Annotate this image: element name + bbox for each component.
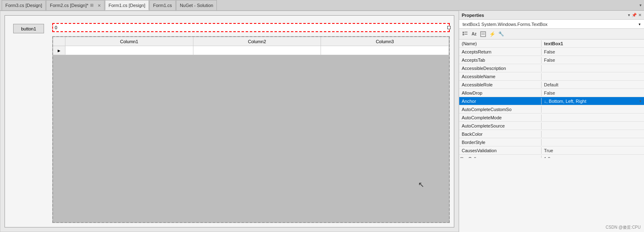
cursor-arrow-icon: ↖ — [418, 180, 424, 189]
props-alphabetic-icon[interactable]: Az — [470, 30, 478, 38]
grid-data-row: ► — [53, 46, 449, 55]
grid-cell-1-3[interactable] — [321, 46, 449, 55]
svg-rect-6 — [481, 34, 485, 35]
props-property-pages-icon[interactable] — [479, 30, 487, 38]
prop-row-autocomplete-custom: AutoCompleteCustomSo — [459, 105, 644, 114]
prop-cell-label: Cell — [466, 155, 542, 158]
tab-dropdown-button[interactable]: ▾ — [637, 3, 644, 7]
prop-row-causes-validation: CausesValidation True — [459, 146, 644, 155]
button1-label: button1 — [21, 26, 36, 31]
textbox-value: 0 — [55, 25, 57, 30]
tab-form3-design[interactable]: Form3.cs [Design] — [2, 0, 46, 10]
prop-row-accepts-tab: AcceptsTab False — [459, 56, 644, 64]
prop-row-accepts-return: AcceptsReturn False — [459, 48, 644, 56]
tab-nuget-label: NuGet - Solution — [180, 3, 213, 8]
prop-row-accessible-name: AccessibleName — [459, 72, 644, 81]
svg-rect-5 — [481, 33, 485, 33]
grid-row-selector-header — [53, 37, 65, 46]
designer-datagridview[interactable]: Column1 Column2 Column3 ► ↖ — [52, 36, 450, 223]
pin-icon: ⊞ — [90, 3, 95, 8]
prop-anchor-label: Anchor — [459, 98, 542, 104]
prop-row-autocomplete-source: AutoCompleteSource — [459, 122, 644, 130]
prop-accessible-name-label: AccessibleName — [459, 73, 542, 80]
tab-bar: Form3.cs [Design] Form2.cs [Design]* ⊞ ✕… — [0, 0, 644, 11]
object-name-dropdown-icon[interactable]: ▾ — [639, 22, 641, 26]
grid-row-marker: ► — [53, 46, 65, 55]
tab-form3-label: Form3.cs [Design] — [5, 3, 42, 8]
prop-cell-expand[interactable]: ⊞ — [459, 155, 466, 158]
props-categorized-icon[interactable] — [461, 30, 469, 38]
prop-borderstyle-label: BorderStyle — [459, 139, 542, 146]
prop-accessible-desc-label: AccessibleDescription — [459, 65, 542, 72]
properties-dropdown-icon[interactable]: ▾ — [628, 13, 630, 17]
prop-borderstyle-value — [542, 142, 644, 143]
grid-col1-header: Column1 — [65, 37, 193, 46]
prop-accessible-role-label: AccessibleRole — [459, 81, 542, 88]
grid-col3-header: Column3 — [321, 37, 449, 46]
properties-window-controls: ▾ 📌 ✕ — [628, 13, 642, 17]
anchor-dropdown-arrow[interactable]: ▾ — [639, 99, 642, 103]
prop-row-accessible-desc: AccessibleDescription — [459, 64, 644, 72]
props-events-icon[interactable]: ⚡ — [488, 30, 496, 38]
prop-accepts-return-label: AcceptsReturn — [459, 49, 542, 55]
prop-autocomplete-custom-label: AutoCompleteCustomSo — [459, 106, 542, 113]
tab-form2-label: Form2.cs [Design]* — [50, 3, 88, 8]
prop-row-anchor[interactable]: Anchor ↓, Bottom, Left, Right ▾ — [459, 97, 644, 105]
designer-button1[interactable]: button1 — [13, 24, 44, 33]
grid-cell-1-2[interactable] — [193, 46, 321, 55]
form-canvas: button1 0 Column1 Column2 Column3 ► — [5, 15, 454, 227]
properties-panel: Properties ▾ 📌 ✕ textBox1 System.Windows… — [459, 11, 644, 232]
tab-form2-close[interactable]: ✕ — [98, 3, 101, 8]
prop-allow-drop-label: AllowDrop — [459, 90, 542, 96]
main-layout: button1 0 Column1 Column2 Column3 ► — [0, 11, 644, 232]
tab-form2-design[interactable]: Form2.cs [Design]* ⊞ ✕ — [46, 0, 105, 10]
prop-autocomplete-mode-label: AutoCompleteMode — [459, 114, 542, 121]
prop-allow-drop-value: False — [542, 90, 644, 96]
grid-col2-header: Column2 — [193, 37, 321, 46]
prop-accepts-return-value: False — [542, 49, 644, 55]
prop-row-borderstyle: BorderStyle — [459, 138, 644, 146]
svg-rect-2 — [463, 34, 464, 35]
prop-causes-validation-value: True — [542, 147, 644, 154]
prop-backcolor-value — [542, 133, 644, 135]
prop-row-name: (Name) textBox1 — [459, 39, 644, 48]
tab-form1-cs-label: Form1.cs — [153, 3, 172, 8]
object-name-label: textBox1 System.Windows.Forms.TextBox — [463, 22, 548, 27]
prop-anchor-value: ↓, Bottom, Left, Right ▾ — [542, 98, 644, 104]
prop-autocomplete-source-label: AutoCompleteSource — [459, 123, 542, 129]
prop-accepts-tab-label: AcceptsTab — [459, 57, 542, 63]
prop-backcolor-label: BackColor — [459, 131, 542, 137]
textbox-resize-handle[interactable] — [447, 26, 451, 29]
watermark: CSDN @傻蛋:CPU — [606, 225, 641, 230]
prop-autocomplete-mode-value — [542, 117, 644, 118]
tab-nuget[interactable]: NuGet - Solution — [176, 0, 217, 10]
prop-autocomplete-custom-value — [542, 109, 644, 110]
prop-causes-validation-label: CausesValidation — [459, 147, 542, 154]
props-wrench-icon[interactable]: 🔧 — [497, 30, 505, 38]
properties-grid: (Name) textBox1 AcceptsReturn False Acce… — [459, 39, 644, 158]
svg-rect-1 — [465, 32, 467, 32]
grid-cell-1-1[interactable] — [65, 46, 193, 55]
grid-header: Column1 Column2 Column3 — [53, 37, 449, 46]
prop-value-name: textBox1 — [542, 40, 644, 47]
properties-close-icon[interactable]: ✕ — [638, 13, 642, 17]
properties-title: Properties — [462, 13, 484, 18]
tab-form1-design[interactable]: Form1.cs [Design] — [105, 0, 149, 10]
prop-row-cell: ⊞ Cell 1,0 — [459, 155, 644, 158]
prop-row-accessible-role: AccessibleRole Default — [459, 81, 644, 89]
anchor-value-text: ↓, Bottom, Left, Right — [544, 99, 586, 104]
properties-pin-icon[interactable]: 📌 — [632, 13, 637, 17]
svg-rect-0 — [463, 32, 464, 33]
prop-name-label: (Name) — [459, 40, 542, 47]
prop-row-backcolor: BackColor — [459, 130, 644, 138]
prop-autocomplete-source-value — [542, 125, 644, 127]
tab-form1-cs[interactable]: Form1.cs — [149, 0, 176, 10]
designer-textbox1[interactable]: 0 — [52, 23, 450, 32]
prop-row-autocomplete-mode: AutoCompleteMode — [459, 114, 644, 122]
properties-title-bar: Properties ▾ 📌 ✕ — [459, 11, 644, 20]
svg-rect-3 — [465, 34, 467, 35]
prop-accessible-desc-value — [542, 67, 644, 69]
prop-accessible-role-value: Default — [542, 81, 644, 88]
prop-row-allow-drop: AllowDrop False — [459, 89, 644, 97]
prop-cell-value: 1,0 — [542, 155, 644, 158]
